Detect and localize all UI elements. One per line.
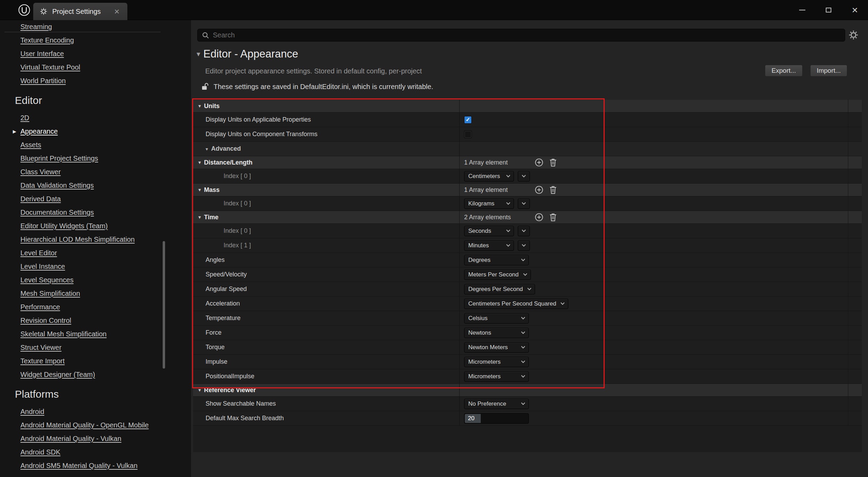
check-icon: ✓	[465, 117, 470, 123]
number-input-default-max-search-breadth[interactable]: 20	[464, 413, 529, 424]
sidebar-item-2d[interactable]: 2D	[0, 111, 191, 125]
collapse-triangle-icon[interactable]: ▾	[206, 146, 208, 152]
row-value-cell: Degrees Per Second	[460, 282, 862, 296]
dropdown-temperature[interactable]: Celsius	[464, 313, 529, 324]
property-label: Acceleration	[206, 300, 240, 307]
sidebar-item-appearance[interactable]: ▶Appearance	[0, 125, 191, 138]
dropdown-minutes[interactable]: Minutes	[464, 240, 514, 251]
chevron-down-icon	[522, 229, 526, 232]
dropdown-torque[interactable]: Newton Meters	[464, 342, 529, 353]
sidebar-item-widget-designer-team[interactable]: Widget Designer (Team)	[0, 368, 191, 381]
element-options-dropdown[interactable]	[518, 226, 530, 236]
tab-close-icon[interactable]: ×	[114, 7, 119, 16]
dropdown-angles[interactable]: Degrees	[464, 255, 529, 265]
element-options-dropdown[interactable]	[518, 171, 530, 182]
dropdown-value: Degrees	[468, 257, 490, 264]
tab-project-settings[interactable]: Project Settings ×	[33, 3, 127, 20]
dropdown-seconds[interactable]: Seconds	[464, 226, 514, 236]
collapse-triangle-icon[interactable]: ▾	[198, 159, 201, 166]
row-display-units-on-applicable-properties-1: Display Units on Applicable Properties✓	[193, 113, 862, 127]
sidebar-item-editor-utility-widgets-team[interactable]: Editor Utility Widgets (Team)	[0, 219, 191, 233]
row-impulse-18: ImpulseMicrometers	[193, 355, 862, 369]
dropdown-centimeters[interactable]: Centimeters	[464, 171, 514, 182]
collapse-triangle-icon[interactable]: ▾	[198, 214, 201, 220]
row-show-searchable-names-21: Show Searchable NamesNo Preference	[193, 397, 862, 411]
row-advanced-3[interactable]: ▾Advanced	[193, 142, 862, 156]
dropdown-force[interactable]: Newtons	[464, 328, 529, 338]
maximize-button[interactable]	[815, 0, 842, 20]
settings-gear-icon[interactable]	[848, 29, 859, 42]
dropdown-show-searchable-names[interactable]: No Preference	[464, 399, 529, 409]
sidebar-item-label: Blueprint Project Settings	[20, 154, 98, 162]
row-value-cell: Newton Meters	[460, 340, 862, 354]
sidebar-item-user-interface[interactable]: User Interface	[0, 47, 191, 61]
expand-arrow-icon[interactable]: ▶	[13, 125, 16, 138]
import-button[interactable]: Import...	[810, 65, 847, 77]
delete-array-elements-icon[interactable]	[549, 213, 557, 222]
row-value-cell: 20	[460, 411, 862, 425]
settings-table: ▾UnitsDisplay Units on Applicable Proper…	[193, 100, 862, 426]
collapse-triangle-icon[interactable]: ▾	[198, 387, 201, 393]
sidebar-item-android[interactable]: Android	[0, 405, 191, 418]
sidebar-item-label: Texture Import	[20, 357, 65, 365]
dropdown-impulse[interactable]: Micrometers	[464, 357, 529, 367]
element-options-dropdown[interactable]	[518, 240, 530, 251]
property-label: PositionalImpulse	[206, 373, 254, 380]
sidebar-item-android-material-quality-opengl-mobile[interactable]: Android Material Quality - OpenGL Mobile	[0, 418, 191, 432]
sidebar-item-label: Android	[20, 408, 44, 415]
row-mass-6[interactable]: ▾Mass1 Array element	[193, 184, 862, 196]
search-input[interactable]	[213, 31, 841, 39]
collapse-triangle-icon[interactable]: ▾	[198, 103, 201, 109]
property-label: Speed/Velocity	[206, 271, 247, 278]
row-positionalimpulse-19: PositionalImpulseMicrometers	[193, 369, 862, 384]
sidebar-item-android-material-quality-vulkan[interactable]: Android Material Quality - Vulkan	[0, 432, 191, 445]
row-time-8[interactable]: ▾Time2 Array elements	[193, 211, 862, 224]
row-label-cell: Index [ 0 ]	[193, 196, 460, 211]
sidebar-item-android-sm5-material-quality-vulkan[interactable]: Android SM5 Material Quality - Vulkan	[0, 459, 191, 472]
checkbox-display-units-on-component-transforms[interactable]	[464, 131, 472, 138]
close-button[interactable]: ×	[842, 0, 868, 20]
dropdown-angular-speed[interactable]: Degrees Per Second	[464, 284, 535, 294]
add-array-element-icon[interactable]	[534, 158, 544, 167]
dropdown-kilograms[interactable]: Kilograms	[464, 198, 514, 209]
dropdown-positionalimpulse[interactable]: Micrometers	[464, 371, 529, 382]
row-distance-length-4[interactable]: ▾Distance/Length1 Array element	[193, 156, 862, 169]
sidebar-item-world-partition[interactable]: World Partition	[0, 74, 191, 88]
sidebar-item-label: Derived Data	[20, 195, 61, 203]
sidebar-item-class-viewer[interactable]: Class Viewer	[0, 165, 191, 179]
dropdown-speed-velocity[interactable]: Meters Per Second	[464, 270, 531, 280]
row-value-cell: No Preference	[460, 397, 862, 411]
delete-array-elements-icon[interactable]	[549, 185, 557, 195]
section-collapse-icon[interactable]: ▾	[197, 50, 200, 58]
sidebar-item-assets[interactable]: Assets	[0, 138, 191, 152]
sidebar-scrollbar[interactable]	[163, 241, 165, 369]
row-reference-viewer-20[interactable]: ▾Reference Viewer	[193, 384, 862, 397]
search-bar[interactable]	[197, 29, 845, 42]
add-array-element-icon[interactable]	[534, 213, 544, 222]
element-options-dropdown[interactable]	[518, 198, 530, 209]
row-value-cell: Micrometers	[460, 369, 862, 383]
row-label-cell: ▾Reference Viewer	[193, 384, 460, 396]
delete-array-elements-icon[interactable]	[549, 158, 557, 167]
collapse-triangle-icon[interactable]: ▾	[198, 187, 201, 193]
sidebar-item-label: Level Sequences	[20, 276, 73, 284]
dropdown-acceleration[interactable]: Centimeters Per Second Squared	[464, 299, 568, 309]
row-units-0[interactable]: ▾Units	[193, 100, 862, 113]
sidebar-item-virtual-texture-pool[interactable]: Virtual Texture Pool	[0, 61, 191, 74]
dropdown-value: Centimeters Per Second Squared	[468, 300, 556, 307]
row-label-cell: ▾Units	[193, 100, 460, 112]
add-array-element-icon[interactable]	[534, 185, 544, 195]
sidebar-item-texture-encoding[interactable]: Texture Encoding	[0, 34, 191, 47]
sidebar-item-blueprint-project-settings[interactable]: Blueprint Project Settings	[0, 152, 191, 165]
sidebar-item-derived-data[interactable]: Derived Data	[0, 192, 191, 206]
export-button[interactable]: Export...	[765, 65, 803, 77]
chevron-down-icon	[521, 317, 525, 320]
minimize-button[interactable]	[789, 0, 815, 20]
sidebar-item-documentation-settings[interactable]: Documentation Settings	[0, 206, 191, 219]
minimize-icon	[799, 10, 805, 10]
property-label: Index [ 0 ]	[224, 200, 251, 207]
row-label-cell: Display Units on Applicable Properties	[193, 113, 460, 127]
sidebar-item-android-sdk[interactable]: Android SDK	[0, 445, 191, 459]
sidebar-item-data-validation-settings[interactable]: Data Validation Settings	[0, 179, 191, 192]
checkbox-display-units-on-applicable-properties[interactable]: ✓	[464, 116, 472, 124]
